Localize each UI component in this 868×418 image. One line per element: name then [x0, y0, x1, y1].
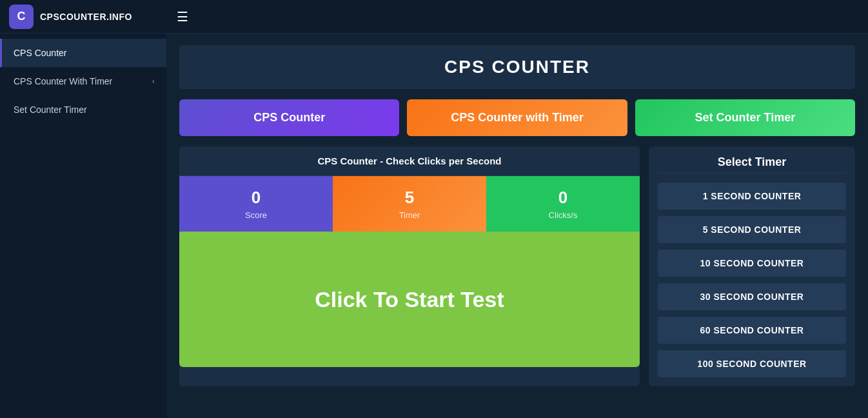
sidebar-item-label: CPS Counter: [14, 48, 66, 58]
clicks-label: Clicks/s: [549, 210, 578, 220]
timer-label: Timer: [399, 210, 420, 220]
sidebar-nav: CPS Counter CPS Counter With Timer ‹ Set…: [0, 39, 166, 124]
counter-panel-header: CPS Counter - Check Clicks per Second: [179, 146, 640, 176]
sidebar-item-cps-counter-with-timer[interactable]: CPS Counter With Timer ‹: [0, 67, 166, 95]
btn-1sec-counter[interactable]: 1 SECOND COUNTER: [658, 183, 846, 210]
clicks-value: 0: [558, 188, 567, 208]
chevron-right-icon: ‹: [152, 77, 155, 86]
timer-box: 5 Timer: [333, 176, 486, 232]
page-title: CPS COUNTER: [444, 57, 590, 77]
counter-panel: CPS Counter - Check Clicks per Second 0 …: [179, 146, 640, 386]
logo-icon: C: [9, 5, 34, 29]
main-content: ☰ CPS COUNTER CPS Counter CPS Counter wi…: [166, 0, 868, 418]
sidebar-header: C CPSCOUNTER.INFO: [0, 0, 166, 34]
btn-30sec-counter[interactable]: 30 SECOND COUNTER: [658, 283, 846, 310]
score-value: 0: [252, 188, 261, 208]
sidebar-item-cps-counter[interactable]: CPS Counter: [0, 39, 166, 67]
clicks-box: 0 Clicks/s: [486, 176, 640, 232]
hamburger-icon[interactable]: ☰: [177, 9, 188, 25]
click-area-text: Click To Start Test: [315, 287, 504, 312]
click-area[interactable]: Click To Start Test: [179, 232, 640, 367]
sidebar-item-label: CPS Counter With Timer: [14, 76, 112, 86]
btn-5sec-counter[interactable]: 5 SECOND COUNTER: [658, 216, 846, 243]
tab-buttons: CPS Counter CPS Counter with Timer Set C…: [179, 99, 855, 136]
sidebar-item-label: Set Counter Timer: [14, 104, 87, 115]
timer-sidebar: Select Timer 1 SECOND COUNTER 5 SECOND C…: [649, 146, 855, 386]
select-timer-label: Select Timer: [658, 155, 846, 174]
tab-cps-counter[interactable]: CPS Counter: [179, 99, 399, 136]
main-section: CPS Counter - Check Clicks per Second 0 …: [179, 146, 855, 386]
sidebar: C CPSCOUNTER.INFO CPS Counter CPS Counte…: [0, 0, 166, 418]
score-label: Score: [245, 210, 267, 220]
btn-10sec-counter[interactable]: 10 SECOND COUNTER: [658, 250, 846, 277]
sidebar-item-set-counter-timer[interactable]: Set Counter Timer: [0, 95, 166, 124]
topbar: ☰: [166, 0, 868, 34]
page-title-bar: CPS COUNTER: [179, 45, 855, 89]
tab-set-counter-timer[interactable]: Set Counter Timer: [635, 99, 855, 136]
score-box: 0 Score: [179, 176, 333, 232]
tab-cps-counter-with-timer[interactable]: CPS Counter with Timer: [407, 99, 627, 136]
btn-60sec-counter[interactable]: 60 SECOND COUNTER: [658, 317, 846, 344]
stats-row: 0 Score 5 Timer 0 Clicks/s: [179, 176, 640, 232]
content-area: CPS COUNTER CPS Counter CPS Counter with…: [166, 34, 868, 418]
timer-value: 5: [405, 188, 414, 208]
site-title: CPSCOUNTER.INFO: [40, 12, 132, 22]
btn-100sec-counter[interactable]: 100 SECOND COUNTER: [658, 350, 846, 377]
